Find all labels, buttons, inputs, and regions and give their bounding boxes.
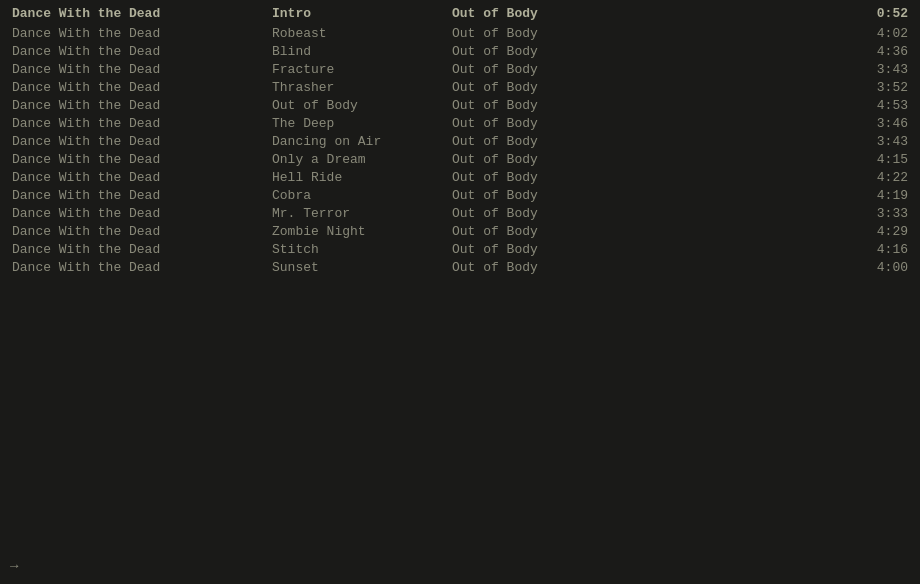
track-title: Thrasher <box>212 80 432 95</box>
track-album: Out of Body <box>432 260 848 275</box>
track-title: Mr. Terror <box>212 206 432 221</box>
track-row[interactable]: Dance With the DeadMr. TerrorOut of Body… <box>0 204 920 222</box>
track-row[interactable]: Dance With the DeadFractureOut of Body3:… <box>0 60 920 78</box>
track-album: Out of Body <box>432 80 848 95</box>
track-album: Out of Body <box>432 242 848 257</box>
track-artist: Dance With the Dead <box>12 152 212 167</box>
track-artist: Dance With the Dead <box>12 98 212 113</box>
track-album: Out of Body <box>432 116 848 131</box>
track-title: Blind <box>212 44 432 59</box>
track-duration: 3:46 <box>848 116 908 131</box>
track-row[interactable]: Dance With the DeadRobeastOut of Body4:0… <box>0 24 920 42</box>
track-artist: Dance With the Dead <box>12 116 212 131</box>
track-artist: Dance With the Dead <box>12 242 212 257</box>
track-list: Dance With the Dead Intro Out of Body 0:… <box>0 0 920 280</box>
track-duration: 3:43 <box>848 134 908 149</box>
track-duration: 4:53 <box>848 98 908 113</box>
track-artist: Dance With the Dead <box>12 80 212 95</box>
track-artist: Dance With the Dead <box>12 188 212 203</box>
track-row[interactable]: Dance With the DeadOut of BodyOut of Bod… <box>0 96 920 114</box>
track-title: Hell Ride <box>212 170 432 185</box>
track-album: Out of Body <box>432 98 848 113</box>
track-artist: Dance With the Dead <box>12 62 212 77</box>
track-title: Fracture <box>212 62 432 77</box>
track-row[interactable]: Dance With the DeadZombie NightOut of Bo… <box>0 222 920 240</box>
track-album: Out of Body <box>432 26 848 41</box>
track-duration: 4:15 <box>848 152 908 167</box>
header-title: Intro <box>212 6 432 21</box>
track-row[interactable]: Dance With the DeadSunsetOut of Body4:00 <box>0 258 920 276</box>
track-row[interactable]: Dance With the DeadStitchOut of Body4:16 <box>0 240 920 258</box>
track-title: Stitch <box>212 242 432 257</box>
track-album: Out of Body <box>432 44 848 59</box>
track-duration: 4:22 <box>848 170 908 185</box>
track-title: Zombie Night <box>212 224 432 239</box>
track-album: Out of Body <box>432 206 848 221</box>
track-album: Out of Body <box>432 152 848 167</box>
track-album: Out of Body <box>432 170 848 185</box>
header-duration: 0:52 <box>848 6 908 21</box>
track-row[interactable]: Dance With the DeadOnly a DreamOut of Bo… <box>0 150 920 168</box>
track-duration: 3:33 <box>848 206 908 221</box>
track-title: Only a Dream <box>212 152 432 167</box>
track-artist: Dance With the Dead <box>12 170 212 185</box>
track-album: Out of Body <box>432 62 848 77</box>
track-row[interactable]: Dance With the DeadBlindOut of Body4:36 <box>0 42 920 60</box>
track-row[interactable]: Dance With the DeadThe DeepOut of Body3:… <box>0 114 920 132</box>
track-duration: 4:16 <box>848 242 908 257</box>
track-title: The Deep <box>212 116 432 131</box>
track-album: Out of Body <box>432 188 848 203</box>
track-title: Sunset <box>212 260 432 275</box>
track-artist: Dance With the Dead <box>12 224 212 239</box>
track-duration: 4:00 <box>848 260 908 275</box>
track-title: Dancing on Air <box>212 134 432 149</box>
header-album: Out of Body <box>432 6 848 21</box>
track-title: Out of Body <box>212 98 432 113</box>
track-list-header: Dance With the Dead Intro Out of Body 0:… <box>0 4 920 22</box>
track-album: Out of Body <box>432 134 848 149</box>
track-row[interactable]: Dance With the DeadDancing on AirOut of … <box>0 132 920 150</box>
arrow-indicator: → <box>10 558 18 574</box>
track-artist: Dance With the Dead <box>12 134 212 149</box>
track-duration: 3:52 <box>848 80 908 95</box>
track-duration: 4:36 <box>848 44 908 59</box>
track-row[interactable]: Dance With the DeadCobraOut of Body4:19 <box>0 186 920 204</box>
track-title: Robeast <box>212 26 432 41</box>
track-album: Out of Body <box>432 224 848 239</box>
track-duration: 4:02 <box>848 26 908 41</box>
track-artist: Dance With the Dead <box>12 44 212 59</box>
track-duration: 4:29 <box>848 224 908 239</box>
track-duration: 3:43 <box>848 62 908 77</box>
track-row[interactable]: Dance With the DeadHell RideOut of Body4… <box>0 168 920 186</box>
track-duration: 4:19 <box>848 188 908 203</box>
track-row[interactable]: Dance With the DeadThrasherOut of Body3:… <box>0 78 920 96</box>
header-artist: Dance With the Dead <box>12 6 212 21</box>
track-artist: Dance With the Dead <box>12 206 212 221</box>
track-title: Cobra <box>212 188 432 203</box>
track-artist: Dance With the Dead <box>12 260 212 275</box>
track-artist: Dance With the Dead <box>12 26 212 41</box>
